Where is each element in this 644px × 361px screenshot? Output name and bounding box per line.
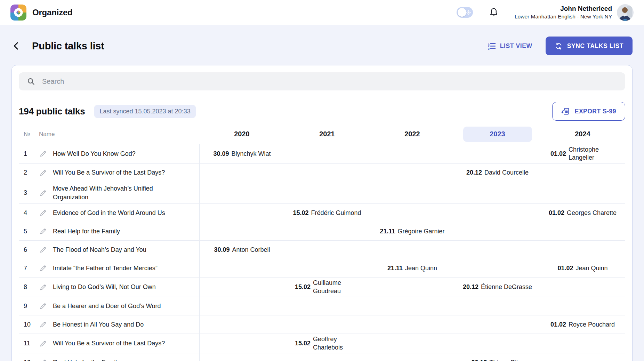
edit-pencil-icon[interactable]: [39, 227, 48, 236]
edit-pencil-icon[interactable]: [39, 245, 48, 254]
table-row: 7 Imitate “the Father of Tender Mercies”…: [19, 259, 625, 278]
year-cell-2021: [284, 222, 370, 240]
talk-date: 21.11: [387, 265, 403, 272]
talk-speaker: Thierry Pitre: [490, 359, 524, 361]
year-cell-2023: [455, 204, 540, 222]
talks-table: № Name 20202021202220232024 1 How Well D…: [19, 124, 625, 361]
year-cell-2021: [284, 164, 370, 182]
export-s99-label: EXPORT S-99: [575, 108, 616, 115]
year-cell-2023: [455, 182, 540, 204]
year-cell-2023: [455, 334, 540, 353]
edit-pencil-icon[interactable]: [39, 283, 48, 292]
year-cell-2021: [284, 182, 370, 204]
talks-card: 194 public talks Last synced 15.05.2023 …: [11, 65, 633, 361]
year-cell-2024: 01.02Royce Pouchard: [540, 315, 625, 334]
year-cell-2020: [199, 334, 284, 353]
toggle-knob[interactable]: [458, 8, 466, 17]
sync-icon: [555, 42, 563, 50]
back-chevron-icon[interactable]: [11, 40, 22, 52]
year-cell-2020: [199, 278, 284, 297]
year-cell-2024: [540, 278, 625, 297]
edit-pencil-icon[interactable]: [39, 168, 48, 177]
row-number: 4: [24, 209, 39, 217]
talk-speaker: Georges Charette: [567, 209, 617, 217]
table-row: 12 Real Help for the Family20.12Thierry …: [19, 353, 625, 361]
year-cell-2020: [199, 164, 284, 182]
table-row: 8 Living to Do God’s Will, Not Our Own15…: [19, 278, 625, 297]
sync-talks-button[interactable]: SYNC TALKS LIST: [546, 37, 633, 55]
edit-pencil-icon[interactable]: [39, 188, 48, 198]
svg-text:3: 3: [488, 47, 490, 50]
talk-date: 20.12: [471, 359, 487, 361]
year-column-header-2020[interactable]: 2020: [199, 124, 284, 144]
talk-name: Be Honest in All You Say and Do: [53, 318, 178, 331]
talk-speaker: Guillaume Goudreau: [313, 279, 359, 295]
row-number: 12: [24, 359, 39, 361]
theme-toggle[interactable]: [457, 7, 473, 18]
year-cell-2022: [370, 334, 455, 353]
search-bar[interactable]: [19, 72, 625, 90]
talk-date: 01.02: [557, 265, 573, 272]
app-name: Organized: [32, 8, 73, 17]
year-cell-2020: [199, 182, 284, 204]
year-column-header-2021[interactable]: 2021: [284, 124, 370, 144]
export-s99-button[interactable]: EXPORT S-99: [552, 102, 625, 121]
table-body: 1 How Well Do You Know God?30.09Blynchyk…: [19, 144, 625, 361]
table-row: 5 Real Help for the Family21.11Grégoire …: [19, 222, 625, 241]
row-number: 6: [24, 246, 39, 254]
year-cell-2024: 01.02Jean Quinn: [540, 259, 625, 277]
year-cell-2023: [455, 315, 540, 334]
year-cell-2021: [284, 241, 370, 259]
year-column-header-2024[interactable]: 2024: [540, 124, 625, 144]
edit-pencil-icon[interactable]: [39, 339, 48, 348]
edit-pencil-icon[interactable]: [39, 320, 48, 329]
year-label-2024: 2024: [575, 130, 590, 138]
edit-pencil-icon[interactable]: [39, 264, 48, 273]
year-cell-2024: 01.02Christophe Langelier: [540, 144, 625, 163]
year-label-2021: 2021: [319, 130, 335, 138]
year-cell-2022: [370, 164, 455, 182]
talk-speaker: Royce Pouchard: [569, 321, 615, 328]
year-cell-2022: [370, 182, 455, 204]
talk-speaker: Étienne DeGrasse: [481, 283, 532, 291]
search-input[interactable]: [42, 78, 617, 86]
year-column-header-2022[interactable]: 2022: [370, 124, 455, 144]
year-label-2022: 2022: [404, 130, 420, 138]
edit-pencil-icon[interactable]: [39, 208, 48, 217]
app-header: Organized John Netherleed Lower Manhatta: [0, 0, 644, 25]
year-cell-2020: [199, 315, 284, 334]
year-cell-2023: [455, 259, 540, 277]
year-cell-2020: [199, 353, 284, 361]
year-cell-2024: [540, 353, 625, 361]
row-number: 11: [24, 340, 39, 347]
year-cell-2023: [455, 297, 540, 315]
table-row: 6 The Flood of Noah’s Day and You30.09An…: [19, 241, 625, 259]
edit-pencil-icon[interactable]: [39, 358, 48, 361]
user-block[interactable]: John Netherleed Lower Manhattan English …: [515, 5, 612, 20]
search-icon: [27, 77, 35, 86]
notifications-bell-icon[interactable]: [488, 6, 500, 19]
year-cell-2024: [540, 334, 625, 353]
list-view-button[interactable]: 123 LIST VIEW: [487, 42, 532, 50]
talk-name: Imitate “the Father of Tender Mercies”: [53, 262, 178, 275]
year-cell-2020: 30.09Anton Corbeil: [199, 241, 284, 259]
sun-icon: [466, 10, 471, 15]
talk-name: Will You Be a Survivor of the Last Days?: [53, 337, 178, 350]
year-column-header-2023[interactable]: 2023: [455, 124, 540, 144]
list-view-label: LIST VIEW: [500, 42, 532, 50]
page-title: Public talks list: [32, 40, 104, 52]
year-cell-2023: 20.12Étienne DeGrasse: [455, 278, 540, 297]
talk-date: 15.02: [295, 283, 311, 291]
year-cell-2020: [199, 204, 284, 222]
talk-speaker: Frédéric Guimond: [311, 209, 361, 217]
edit-pencil-icon[interactable]: [39, 149, 48, 158]
year-cell-2024: [540, 182, 625, 204]
table-row: 3 Move Ahead With Jehovah’s Unified Orga…: [19, 182, 625, 204]
talk-name: How Well Do You Know God?: [53, 147, 178, 160]
talk-name: Will You Be a Survivor of the Last Days?: [53, 166, 178, 179]
edit-pencil-icon[interactable]: [39, 302, 48, 311]
year-cell-2022: [370, 204, 455, 222]
app-logo[interactable]: [10, 5, 26, 21]
talk-speaker: Geoffrey Charlebois: [313, 335, 359, 352]
avatar[interactable]: [617, 4, 634, 21]
